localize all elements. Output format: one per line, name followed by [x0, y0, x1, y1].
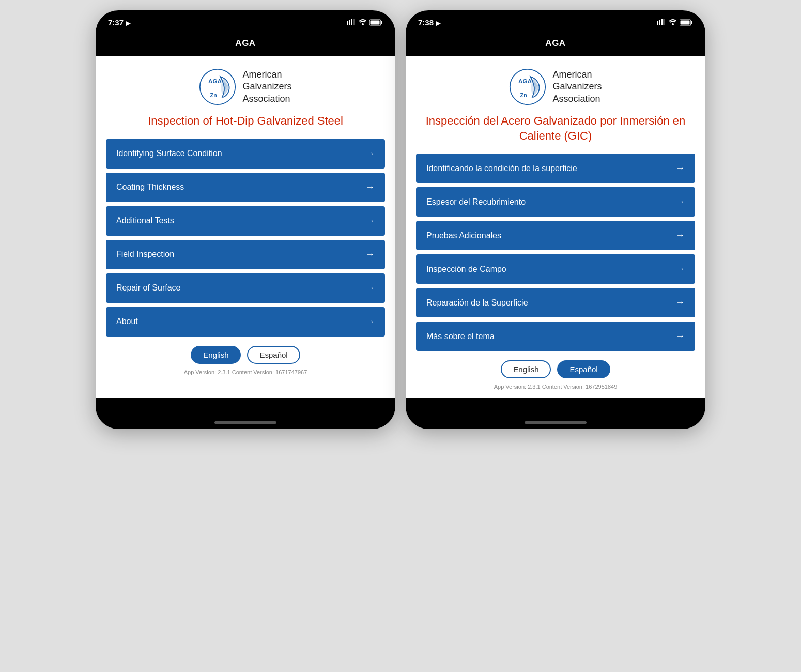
svg-rect-2: [351, 19, 352, 25]
menu-list: Identifying Surface Condition → Coating …: [106, 139, 385, 337]
aga-logo: AGA Zn: [199, 68, 236, 105]
svg-point-4: [362, 23, 364, 25]
arrow-icon: →: [365, 182, 375, 193]
logo-area: AGA Zn American Galvanizers Association: [199, 68, 291, 105]
menu-item-label: Pruebas Adicionales: [426, 231, 501, 240]
status-time: 7:37 ▶: [108, 18, 130, 27]
svg-rect-0: [347, 21, 348, 25]
menu-item-label: Más sobre el tema: [426, 332, 495, 341]
svg-rect-18: [691, 21, 693, 24]
menu-item-label: Repair of Surface: [116, 283, 181, 293]
arrow-icon: →: [675, 196, 685, 207]
menu-item-label: About: [116, 317, 138, 326]
arrow-icon: →: [675, 163, 685, 174]
svg-text:AGA: AGA: [208, 78, 222, 84]
bottom-bar: [96, 398, 395, 429]
lang-english[interactable]: English: [501, 360, 551, 378]
svg-point-19: [510, 69, 545, 104]
lang-buttons: EnglishEspañol: [191, 346, 300, 364]
svg-text:Zn: Zn: [210, 92, 217, 98]
menu-espesor[interactable]: Espesor del Recubrimiento →: [416, 187, 695, 217]
arrow-icon: →: [365, 148, 375, 159]
menu-reparacion[interactable]: Reparación de la Superficie →: [416, 288, 695, 317]
arrow-icon: →: [365, 249, 375, 260]
nav-bar: AGA: [96, 33, 395, 56]
svg-text:AGA: AGA: [518, 78, 532, 84]
menu-pruebas[interactable]: Pruebas Adicionales →: [416, 221, 695, 250]
menu-item-label: Additional Tests: [116, 216, 174, 225]
menu-coating-thickness[interactable]: Coating Thickness →: [106, 173, 385, 202]
logo-text: American Galvanizers Association: [552, 69, 602, 105]
lang-espanol[interactable]: Español: [557, 360, 610, 378]
lang-espanol[interactable]: Español: [247, 346, 300, 364]
svg-rect-11: [657, 21, 658, 25]
svg-rect-7: [381, 21, 383, 24]
menu-inspeccion[interactable]: Inspección de Campo →: [416, 254, 695, 284]
menu-item-label: Identifying Surface Condition: [116, 149, 222, 158]
version-text: App Version: 2.3.1 Content Version: 1672…: [494, 384, 618, 390]
status-icons: [347, 19, 383, 26]
menu-repair-surface[interactable]: Repair of Surface →: [106, 273, 385, 303]
svg-rect-6: [371, 20, 380, 24]
svg-rect-1: [349, 20, 350, 25]
menu-identifying-surface[interactable]: Identifying Surface Condition →: [106, 139, 385, 169]
menu-mas[interactable]: Más sobre el tema →: [416, 322, 695, 351]
menu-field-inspection[interactable]: Field Inspection →: [106, 240, 385, 269]
menu-item-label: Field Inspection: [116, 250, 174, 259]
menu-item-label: Inspección de Campo: [426, 265, 506, 274]
home-indicator: [525, 421, 587, 424]
arrow-icon: →: [365, 316, 375, 327]
status-bar: 7:37 ▶: [96, 10, 395, 33]
menu-item-label: Identificando la condición de la superfi…: [426, 164, 577, 173]
arrow-icon: →: [365, 216, 375, 226]
lang-buttons: EnglishEspañol: [501, 360, 610, 378]
version-text: App Version: 2.3.1 Content Version: 1671…: [184, 369, 307, 375]
aga-logo: AGA Zn: [509, 68, 546, 105]
home-indicator: [214, 421, 276, 424]
menu-additional-tests[interactable]: Additional Tests →: [106, 206, 385, 236]
svg-rect-3: [353, 19, 355, 25]
status-icons: [657, 19, 693, 26]
arrow-icon: →: [675, 264, 685, 274]
screens-container: 7:37 ▶ AGA AGA Zn American Galvanizers A…: [0, 0, 801, 439]
app-content: AGA Zn American Galvanizers Association …: [406, 56, 705, 398]
menu-item-label: Espesor del Recubrimiento: [426, 197, 526, 207]
logo-text: American Galvanizers Association: [242, 69, 291, 105]
nav-bar: AGA: [406, 33, 705, 56]
svg-rect-13: [661, 19, 663, 25]
app-content: AGA Zn American Galvanizers Association …: [96, 56, 395, 398]
status-bar: 7:38 ▶: [406, 10, 705, 33]
menu-item-label: Coating Thickness: [116, 182, 184, 192]
svg-rect-12: [659, 20, 660, 25]
arrow-icon: →: [675, 230, 685, 241]
app-title: Inspection of Hot-Dip Galvanized Steel: [143, 114, 348, 129]
svg-point-15: [672, 23, 674, 25]
arrow-icon: →: [675, 331, 685, 342]
arrow-icon: →: [365, 283, 375, 294]
lang-english[interactable]: English: [191, 346, 241, 364]
menu-item-label: Reparación de la Superficie: [426, 298, 528, 308]
phone-english-screen: 7:37 ▶ AGA AGA Zn American Galvanizers A…: [96, 10, 395, 429]
menu-about[interactable]: About →: [106, 307, 385, 337]
menu-list: Identificando la condición de la superfi…: [416, 154, 695, 351]
logo-area: AGA Zn American Galvanizers Association: [509, 68, 602, 105]
svg-rect-14: [663, 19, 665, 25]
bottom-bar: [406, 398, 705, 429]
menu-identificando[interactable]: Identificando la condición de la superfi…: [416, 154, 695, 183]
svg-text:Zn: Zn: [520, 92, 527, 98]
phone-spanish-screen: 7:38 ▶ AGA AGA Zn American Galvanizers A…: [406, 10, 705, 429]
app-title: Inspección del Acero Galvanizado por Inm…: [416, 114, 695, 143]
svg-point-8: [200, 69, 235, 104]
arrow-icon: →: [675, 297, 685, 308]
svg-rect-17: [681, 20, 690, 24]
status-time: 7:38 ▶: [418, 18, 440, 27]
